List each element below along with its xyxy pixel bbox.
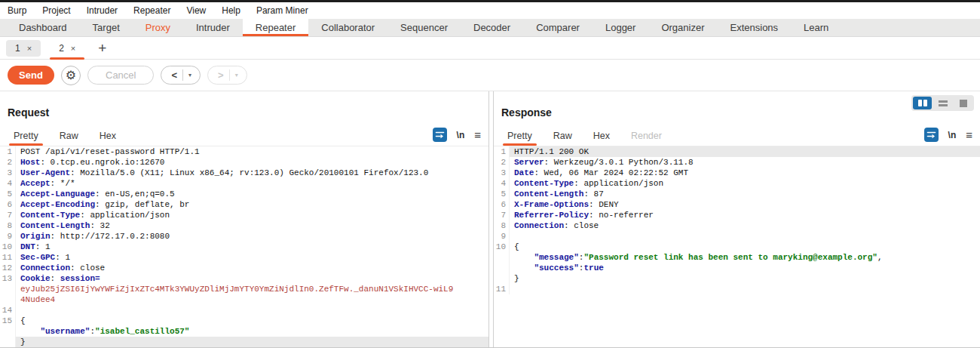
code-text (510, 231, 980, 242)
code-text: Content-Type: application/json (16, 210, 488, 220)
code-segment: Cookie (20, 274, 51, 283)
response-panel: Response PrettyRawHexRender \n ≡ 1HTTP/1… (493, 91, 980, 348)
repeater-tab-1[interactable]: 1× (6, 40, 41, 57)
response-tab-render[interactable]: Render (620, 126, 672, 146)
repeater-tab-label: 1 (15, 43, 20, 54)
tab-proxy[interactable]: Proxy (133, 19, 183, 36)
code-line: 7Referrer-Policy: no-referrer (494, 210, 980, 220)
code-segment: : */* (51, 179, 75, 188)
code-segment: "isabel_castillo57" (95, 327, 189, 336)
line-number (494, 252, 510, 263)
menu-param-miner[interactable]: Param Miner (256, 5, 308, 16)
code-text: Accept: */* (16, 178, 488, 189)
history-back-button[interactable]: < ▾ (161, 66, 201, 85)
code-segment: : gzip, deflate, br (95, 200, 189, 209)
menu-burp[interactable]: Burp (8, 5, 26, 16)
toolbar: Send ⚙ Cancel < ▾ > ▾ (0, 60, 980, 91)
code-text: } (510, 273, 980, 284)
tab-learn[interactable]: Learn (791, 19, 841, 36)
code-text: X-Frame-Options: DENY (510, 199, 980, 210)
code-segment: : DENY (589, 200, 619, 209)
settings-gear-button[interactable]: ⚙ (61, 66, 81, 85)
request-view-tabs: PrettyRawHex (0, 126, 488, 146)
tab-comparer[interactable]: Comparer (523, 19, 593, 36)
history-forward-button[interactable]: > ▾ (207, 66, 247, 85)
code-text: Host: 0.tcp.eu.ngrok.io:12670 (16, 157, 488, 168)
code-text: } (16, 337, 488, 347)
code-segment: 4Nudee4 (20, 295, 55, 304)
response-tab-pretty[interactable]: Pretty (497, 126, 543, 146)
code-text: Sec-GPC: 1 (16, 252, 488, 263)
repeater-tab-2[interactable]: 2× (50, 40, 84, 57)
line-number: 4 (494, 178, 510, 189)
editor-split: Request PrettyRawHex \n ≡ 1POST /api/v1/… (0, 91, 980, 348)
line-number: 7 (0, 210, 16, 220)
show-newlines-icon[interactable]: \n (457, 130, 465, 140)
cancel-button[interactable]: Cancel (87, 66, 154, 85)
line-number: 6 (0, 199, 16, 210)
menu-view[interactable]: View (186, 5, 206, 16)
code-text: HTTP/1.1 200 OK (510, 146, 980, 157)
code-line: 2Server: Werkzeug/3.0.1 Python/3.11.8 (494, 157, 980, 168)
menu-intruder[interactable]: Intruder (87, 5, 118, 16)
editor-menu-icon[interactable]: ≡ (966, 128, 972, 141)
tab-sequencer[interactable]: Sequencer (387, 19, 461, 36)
send-button[interactable]: Send (8, 66, 54, 85)
add-tab-button[interactable]: + (93, 40, 111, 57)
menu-bar: BurpProjectIntruderRepeaterViewHelpParam… (0, 2, 980, 19)
response-editor[interactable]: 1HTTP/1.1 200 OK2Server: Werkzeug/3.0.1 … (494, 146, 980, 348)
line-number: 11 (0, 252, 16, 263)
response-tab-raw[interactable]: Raw (543, 126, 583, 146)
line-number (0, 284, 16, 294)
code-line: eyJub25jZSI6IjYwYWFiZjIxZTc4MTk3YWUyZDli… (0, 284, 488, 294)
code-segment: : application/json (574, 179, 663, 188)
close-icon[interactable]: × (27, 44, 32, 53)
code-line: 15{ (0, 316, 488, 326)
code-line: 4Accept: */* (0, 178, 488, 189)
response-title: Response (501, 106, 552, 119)
menu-help[interactable]: Help (222, 5, 240, 16)
close-icon[interactable]: × (71, 44, 75, 53)
word-wrap-icon[interactable] (924, 128, 939, 142)
tab-extensions[interactable]: Extensions (718, 19, 792, 36)
line-number: 3 (0, 168, 16, 178)
menu-repeater[interactable]: Repeater (133, 5, 170, 16)
code-segment: POST /api/v1/reset-password HTTP/1.1 (20, 147, 200, 156)
code-text: DNT: 1 (16, 242, 488, 252)
code-segment (20, 327, 40, 336)
show-newlines-icon[interactable]: \n (948, 130, 957, 140)
tab-target[interactable]: Target (80, 19, 133, 36)
code-line: 11 (494, 284, 980, 294)
code-text: "username":"isabel_castillo57" (16, 326, 488, 337)
code-line: 5Accept-Language: en-US,en;q=0.5 (0, 189, 488, 199)
response-header: Response PrettyRawHexRender \n ≡ (494, 91, 980, 146)
request-tab-hex[interactable]: Hex (89, 126, 127, 146)
code-segment: User-Agent (20, 168, 70, 177)
request-editor[interactable]: 1POST /api/v1/reset-password HTTP/1.12Ho… (0, 146, 488, 348)
code-text: Accept-Language: en-US,en;q=0.5 (16, 189, 488, 199)
code-segment: : Wed, 06 Mar 2024 02:22:52 GMT (534, 168, 688, 177)
line-number: 6 (494, 199, 510, 210)
tab-logger[interactable]: Logger (593, 19, 648, 36)
code-line: } (494, 273, 980, 284)
menu-project[interactable]: Project (42, 5, 70, 16)
tab-dashboard[interactable]: Dashboard (6, 19, 80, 36)
tab-organizer[interactable]: Organizer (648, 19, 717, 36)
code-text: Referrer-Policy: no-referrer (510, 210, 980, 220)
request-tab-pretty[interactable]: Pretty (3, 126, 49, 146)
tab-collaborator[interactable]: Collaborator (308, 19, 387, 36)
code-line: 9Origin: http://172.17.0.2:8080 (0, 231, 488, 242)
code-line: 2Host: 0.tcp.eu.ngrok.io:12670 (0, 157, 488, 168)
tab-decoder[interactable]: Decoder (461, 19, 523, 36)
code-text: Connection: close (16, 263, 488, 273)
chevron-down-icon: ▾ (183, 72, 200, 79)
word-wrap-icon[interactable] (433, 128, 447, 142)
line-number: 12 (0, 263, 16, 273)
tab-repeater[interactable]: Repeater (243, 19, 308, 36)
line-number: 2 (494, 157, 510, 168)
response-tab-hex[interactable]: Hex (583, 126, 620, 146)
request-tab-raw[interactable]: Raw (49, 126, 89, 146)
tab-intruder[interactable]: Intruder (183, 19, 243, 36)
response-view-tabs: PrettyRawHexRender (494, 126, 980, 146)
editor-menu-icon[interactable]: ≡ (474, 128, 481, 141)
